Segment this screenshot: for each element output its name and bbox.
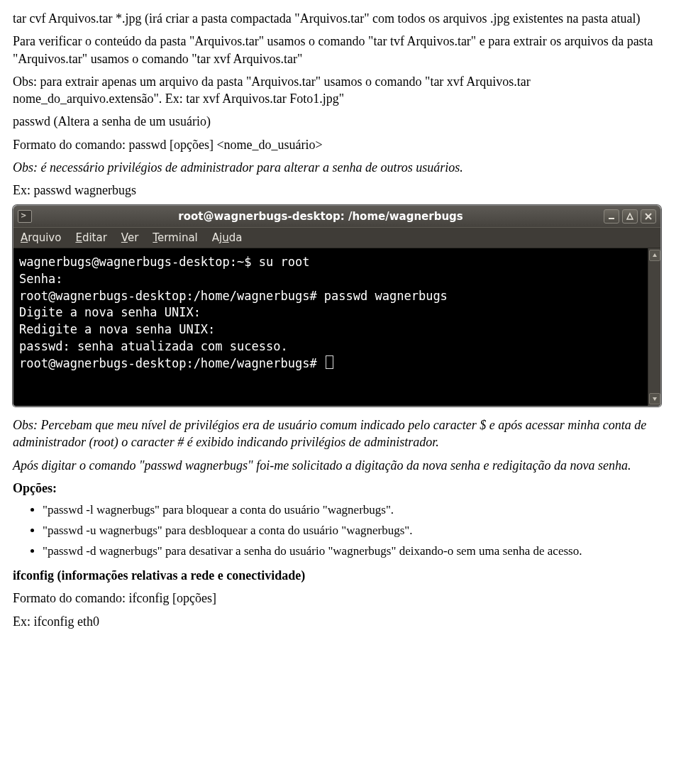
options-heading: Opções: xyxy=(13,480,668,497)
svg-marker-1 xyxy=(627,214,633,219)
chevron-up-icon xyxy=(652,253,658,258)
terminal-line-5: Redigite a nova senha UNIX: xyxy=(19,321,642,338)
svg-marker-5 xyxy=(653,397,657,401)
menu-arquivo-rest: rquivo xyxy=(28,231,61,244)
option-item-delete: "passwd -d wagnerbugs" para desativar a … xyxy=(43,543,668,560)
options-list: "passwd -l wagnerbugs" para bloquear a c… xyxy=(13,502,668,560)
scrollbar-down-button[interactable] xyxy=(649,393,660,404)
terminal-window: root@wagnerbugs-desktop: /home/wagnerbug… xyxy=(13,205,661,407)
paragraph-passwd-example: Ex: passwd wagnerbugs xyxy=(13,182,668,199)
window-titlebar: root@wagnerbugs-desktop: /home/wagnerbug… xyxy=(13,206,660,227)
paragraph-privileges-obs: Obs: Percebam que meu nível de privilégi… xyxy=(13,416,668,451)
terminal-scrollbar[interactable] xyxy=(648,248,660,406)
terminal-line-1: wagnerbugs@wagnerbugs-desktop:~$ su root xyxy=(19,254,642,271)
paragraph-tar-example: tar cvf Arquivos.tar *.jpg (irá criar a … xyxy=(13,10,668,27)
paragraph-passwd-after: Após digitar o comando "passwd wagnerbug… xyxy=(13,457,668,474)
paragraph-tar-verify: Para verificar o conteúdo da pasta "Arqu… xyxy=(13,33,668,67)
paragraph-tar-extract-note: Obs: para extrair apenas um arquivo da p… xyxy=(13,73,668,108)
menu-arquivo[interactable]: Arquivo xyxy=(21,231,61,245)
terminal-line-7: root@wagnerbugs-desktop:/home/wagnerbugs… xyxy=(19,355,642,372)
maximize-icon xyxy=(626,212,634,221)
ifconfig-example: Ex: ifconfig eth0 xyxy=(13,613,668,630)
terminal-cursor xyxy=(326,355,333,369)
option-item-lock: "passwd -l wagnerbugs" para bloquear a c… xyxy=(43,502,668,519)
paragraph-passwd-obs: Obs: é necessário privilégios de adminis… xyxy=(13,159,668,176)
option-item-unlock: "passwd -u wagnerbugs" para desbloquear … xyxy=(43,523,668,539)
menu-terminal-rest: erminal xyxy=(157,231,198,244)
terminal-line-6: passwd: senha atualizada com sucesso. xyxy=(19,338,642,355)
menu-ajuda[interactable]: Ajuda xyxy=(212,231,243,245)
close-icon xyxy=(644,212,653,221)
ifconfig-format: Formato do comando: ifconfig [opções] xyxy=(13,590,668,607)
paragraph-passwd-format: Formato do comando: passwd [opções] <nom… xyxy=(13,136,668,153)
menu-editar[interactable]: Editar xyxy=(75,231,106,245)
svg-marker-4 xyxy=(653,253,657,257)
close-button[interactable] xyxy=(641,209,656,223)
menu-terminal[interactable]: Terminal xyxy=(153,231,197,245)
chevron-down-icon xyxy=(652,396,658,402)
window-controls xyxy=(604,209,656,223)
terminal-line-4: Digite a nova senha UNIX: xyxy=(19,304,642,321)
window-menubar: Arquivo Editar Ver Terminal Ajuda xyxy=(13,227,660,248)
terminal-app-icon xyxy=(18,210,32,223)
terminal-body[interactable]: wagnerbugs@wagnerbugs-desktop:~$ su root… xyxy=(13,248,648,406)
window-title: root@wagnerbugs-desktop: /home/wagnerbug… xyxy=(38,209,604,223)
minimize-button[interactable] xyxy=(604,209,619,223)
scrollbar-up-button[interactable] xyxy=(649,250,660,261)
ifconfig-heading: ifconfig (informações relativas a rede e… xyxy=(13,567,668,584)
menu-editar-rest: ditar xyxy=(82,231,107,244)
menu-ver[interactable]: Ver xyxy=(121,231,139,245)
menu-ver-rest: er xyxy=(128,231,138,244)
terminal-line-3: root@wagnerbugs-desktop:/home/wagnerbugs… xyxy=(19,288,642,305)
minimize-icon xyxy=(607,212,616,221)
menu-ajuda-rest: da xyxy=(229,231,243,244)
terminal-line-2: Senha: xyxy=(19,271,642,288)
maximize-button[interactable] xyxy=(622,209,638,223)
paragraph-passwd-desc: passwd (Altera a senha de um usuário) xyxy=(13,113,668,130)
